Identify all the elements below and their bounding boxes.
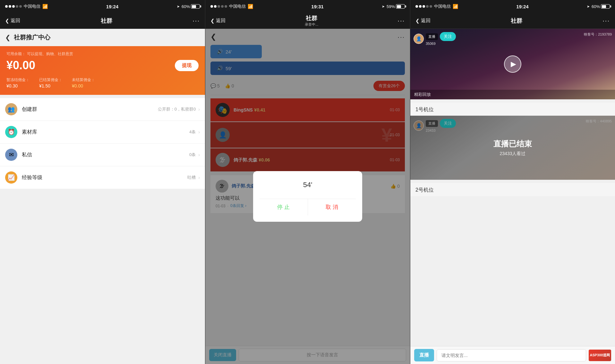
nav-bar-3: ❮ 返回 社群 ··· xyxy=(410,13,615,29)
p3-message-input[interactable] xyxy=(437,349,586,361)
p3-asp-logo: ASP300逍网 xyxy=(589,350,611,361)
signal-dot xyxy=(221,5,224,8)
p1-menu-create-group[interactable]: 👥 创建群 公开群：0，私密群0 › xyxy=(0,98,205,121)
signal-dot xyxy=(423,5,425,8)
back-button-1[interactable]: ❮ 返回 xyxy=(5,18,20,24)
status-left-2: 中国电信 📶 xyxy=(210,4,253,9)
signal-dot xyxy=(19,5,22,8)
nav-title-3: 社群 xyxy=(511,17,522,25)
carrier-label-1: 中国电信 xyxy=(24,4,40,9)
p1-balance-label: 可用余额： 可以提现、购物、社群悬赏 xyxy=(6,51,199,57)
p1-experience-right: 吐槽 xyxy=(187,175,196,180)
p2-stop-button[interactable]: 停 止 xyxy=(260,199,308,215)
p3-play-button-1[interactable]: ▶ xyxy=(504,55,521,73)
p3-bottom-bar: 直播 ASP300逍网 xyxy=(410,346,615,364)
p2-modal-overlay: 54' 停 止 取 消 xyxy=(205,29,410,364)
p1-content: ❮ 社群推广中心 可用余额： 可以提现、购物、社群悬赏 ¥0.00 提现 暂冻结… xyxy=(0,29,205,364)
p3-playback-label-1: 精彩回放 xyxy=(414,92,431,97)
status-bar-2: 中国电信 📶 19:31 ➤ 59% xyxy=(205,0,410,13)
p2-record-modal: 54' 停 止 取 消 xyxy=(253,171,362,222)
p1-unsettled-commission: 未结算佣金： ¥0.00 xyxy=(72,77,95,88)
wifi-icon-3: 📶 xyxy=(453,4,458,9)
p1-menu-materials[interactable]: ⏰ 素材库 4条 › xyxy=(0,121,205,144)
nav-bar-1: ❮ 返回 社群 ··· xyxy=(0,13,205,29)
p3-station-label-2: 2号机位 xyxy=(410,183,615,196)
gps-icon-1: ➤ xyxy=(177,4,180,9)
back-label-2: 返回 xyxy=(216,18,226,24)
p2-content: ❮ ··· 🔊 24' 🔊 59' xyxy=(205,29,410,364)
back-arrow-icon-3: ❮ xyxy=(415,18,420,24)
p3-ended-overlay-2: 直播已结束 23433人看过 xyxy=(410,116,615,180)
carrier-label-3: 中国电信 xyxy=(434,4,451,9)
p3-live-button[interactable]: 直播 xyxy=(414,349,434,361)
battery-wrap-2: 59% xyxy=(387,4,405,9)
gps-icon-3: ➤ xyxy=(587,4,590,9)
wifi-icon-1: 📶 xyxy=(42,4,48,9)
status-right-2: ➤ 59% xyxy=(382,4,405,9)
p3-spacer xyxy=(410,196,615,215)
back-label-3: 返回 xyxy=(421,18,431,24)
status-left-1: 中国电信 📶 xyxy=(5,4,48,9)
p3-ended-count-2: 23433人看过 xyxy=(500,151,526,157)
nav-more-2[interactable]: ··· xyxy=(397,17,405,24)
battery-wrap-3: 60% xyxy=(592,4,610,9)
time-1: 19:24 xyxy=(106,4,118,9)
status-right-1: ➤ 60% xyxy=(177,4,200,9)
nav-more-1[interactable]: ··· xyxy=(192,17,200,24)
p3-follow-button-1[interactable]: 关注 xyxy=(440,32,456,41)
back-arrow-icon-1: ❮ xyxy=(5,18,9,24)
p1-section-header: ❮ 社群推广中心 xyxy=(0,29,205,46)
panel-2: 中国电信 📶 19:31 ➤ 59% ❮ 返回 社群 录音中... ··· xyxy=(205,0,410,364)
p1-withdraw-button[interactable]: 提现 xyxy=(175,60,199,71)
back-button-3[interactable]: ❮ 返回 xyxy=(415,18,431,24)
nav-subtitle-2: 录音中... xyxy=(305,22,318,27)
signal-dot xyxy=(210,5,213,8)
nav-more-3[interactable]: ··· xyxy=(602,17,610,24)
signal-dots-3 xyxy=(415,5,432,8)
signal-dot xyxy=(16,5,18,8)
p3-live-badge-1: 👤 直播 关注 35069 xyxy=(414,32,456,46)
p3-live-card-1: 👤 直播 关注 35069 映客号：2193789 ▶ xyxy=(410,29,615,99)
battery-icon-2 xyxy=(396,4,405,9)
battery-fill-1 xyxy=(192,5,196,8)
p3-live-viewers-1: 35069 xyxy=(426,42,456,46)
signal-dot xyxy=(419,5,422,8)
p1-menu-private-msg[interactable]: ✉ 私信 0条 › xyxy=(0,144,205,166)
p1-create-group-icon: 👥 xyxy=(5,103,17,115)
battery-fill-3 xyxy=(602,5,606,8)
battery-percent-2: 59% xyxy=(387,4,395,9)
signal-dot xyxy=(218,5,220,8)
p1-unsettled-label: 未结算佣金： xyxy=(72,77,95,83)
p1-experience-label: 经验等级 xyxy=(22,174,187,181)
signal-dot xyxy=(430,5,432,8)
signal-dot xyxy=(225,5,227,8)
p1-balance-card: 可用余额： 可以提现、购物、社群悬赏 ¥0.00 提现 暂冻结佣金： ¥0.30… xyxy=(0,46,205,95)
nav-title-wrap-3: 社群 xyxy=(511,17,522,25)
p1-create-group-arrow: › xyxy=(198,107,200,112)
nav-title-2: 社群 xyxy=(306,14,317,22)
p1-private-msg-arrow: › xyxy=(198,152,200,157)
signal-dot xyxy=(9,5,11,8)
nav-bar-2: ❮ 返回 社群 录音中... ··· xyxy=(205,13,410,29)
p2-cancel-button[interactable]: 取 消 xyxy=(308,199,356,215)
p3-badge-row-1: 直播 关注 xyxy=(426,32,456,41)
p1-experience-icon: 📈 xyxy=(5,171,17,184)
p2-modal-buttons: 停 止 取 消 xyxy=(260,199,356,215)
p1-back-icon[interactable]: ❮ xyxy=(5,34,11,41)
p3-video-thumb-1: 👤 直播 关注 35069 映客号：2193789 ▶ xyxy=(410,29,615,99)
p1-frozen-value: ¥0.30 xyxy=(6,83,30,88)
p1-menu-experience[interactable]: 📈 经验等级 吐槽 › xyxy=(0,166,205,189)
back-button-2[interactable]: ❮ 返回 xyxy=(210,18,226,24)
p3-station-label-1: 1号机位 xyxy=(410,103,615,116)
p1-menu-list: 👥 创建群 公开群：0，私密群0 › ⏰ 素材库 4条 › ✉ 私信 0条 › … xyxy=(0,98,205,189)
p1-frozen-label: 暂冻结佣金： xyxy=(6,77,30,83)
carrier-label-2: 中国电信 xyxy=(229,4,246,9)
nav-title-1: 社群 xyxy=(101,17,112,25)
p1-balance-hint: 可以提现、购物、社群悬赏 xyxy=(27,52,73,56)
p3-video-overlay-1: 👤 直播 关注 35069 映客号：2193789 ▶ xyxy=(410,29,615,99)
p3-content: 👤 直播 关注 35069 映客号：2193789 ▶ xyxy=(410,29,615,346)
p2-modal-time: 54' xyxy=(303,181,312,189)
p1-materials-arrow: › xyxy=(198,129,200,135)
p1-balance-row: ¥0.00 提现 xyxy=(6,59,199,72)
status-bar-3: 中国电信 📶 19:24 ➤ 60% xyxy=(410,0,615,13)
